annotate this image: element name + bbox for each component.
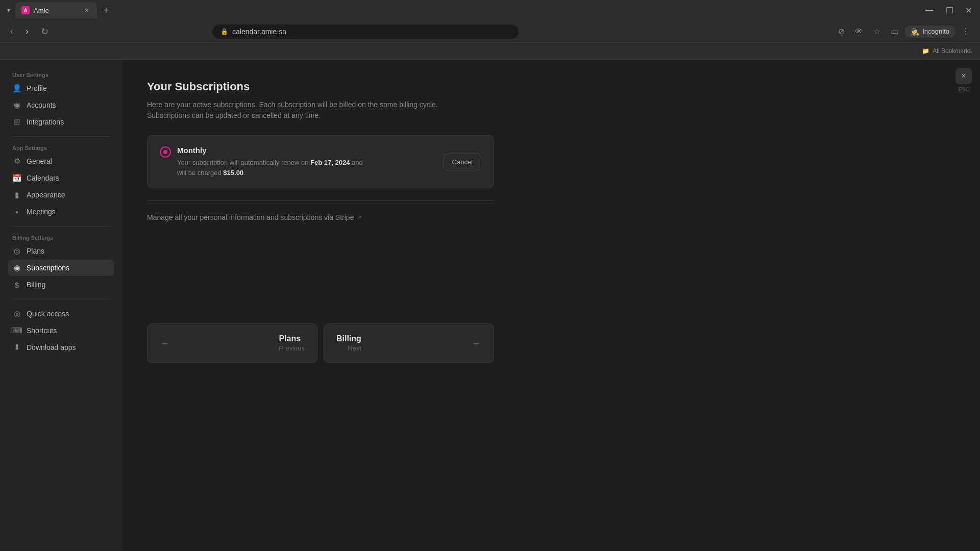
app-settings-label: App Settings [8,145,114,151]
sidebar-item-quick-access[interactable]: ◎ Quick access [8,306,114,322]
window-restore-button[interactable]: ❐ [942,4,957,17]
sidebar-toggle-icon[interactable]: ▭ [887,24,902,38]
sidebar-item-subscriptions[interactable]: ◉ Subscriptions [8,260,114,276]
profile-icon: 👤 [12,84,21,93]
more-menu-button[interactable]: ⋮ [958,24,974,38]
sidebar-item-label: Integrations [27,118,64,126]
next-arrow-icon: → [471,337,481,349]
subscription-card: Monthly Your subscription will automatic… [147,135,494,188]
toolbar-icons: ⊘ 👁 ☆ ▭ 🕵 Incognito ⋮ [834,24,974,38]
new-tab-button[interactable]: + [99,4,113,17]
esc-label: ESC [958,86,970,92]
sidebar-item-label: General [27,157,52,165]
main-content: × ESC Your Subscriptions Here are your a… [122,60,980,551]
sidebar-item-plans[interactable]: ◎ Plans [8,243,114,259]
sidebar-item-general[interactable]: ⚙ General [8,153,114,169]
bookmarks-label-text: All Bookmarks [933,47,972,55]
address-bar: ‹ › ↻ 🔒 calendar.amie.so ⊘ 👁 ☆ ▭ 🕵 Incog… [0,20,980,43]
tab-close-button[interactable]: × [83,5,91,15]
sidebar-item-label: Accounts [27,101,56,109]
close-button[interactable]: × [955,68,972,84]
page-description: Here are your active subscriptions. Each… [147,99,494,121]
external-link-icon: ↗ [357,214,362,221]
nav-next-sublabel: Next [336,344,361,352]
reload-button[interactable]: ↻ [37,24,53,39]
sidebar-item-shortcuts[interactable]: ⌨ Shortcuts [8,322,114,339]
billing-settings-label: Billing Settings [8,235,114,241]
calendars-icon: 📅 [12,173,21,183]
sidebar-item-accounts[interactable]: ◉ Accounts [8,97,114,113]
sidebar-divider-1 [12,136,110,137]
sidebar-item-label: Download apps [27,343,76,352]
download-icon: ⬇ [12,343,21,352]
bookmark-star-icon[interactable]: ☆ [869,24,885,38]
sidebar-item-label: Profile [27,84,47,92]
sidebar-item-profile[interactable]: 👤 Profile [8,80,114,96]
sidebar-item-calendars[interactable]: 📅 Calendars [8,170,114,186]
page-title: Your Subscriptions [147,80,955,93]
url-bar[interactable]: 🔒 calendar.amie.so [212,24,519,39]
nav-next-button[interactable]: Billing Next → [324,323,494,363]
window-controls: — ❐ ✕ [921,4,976,17]
subscription-status-icon [160,146,171,158]
subscriptions-icon: ◉ [12,263,21,272]
billing-icon: $ [12,280,21,289]
bookmarks-folder-icon: 📁 [922,47,929,55]
nav-next-label: Billing [336,334,361,343]
accounts-icon: ◉ [12,101,21,110]
sidebar-item-label: Calendars [27,174,59,182]
sidebar-item-billing[interactable]: $ Billing [8,277,114,293]
sidebar-item-label: Quick access [27,310,69,318]
all-bookmarks-link[interactable]: 📁 All Bookmarks [922,47,972,55]
tab-recent-button[interactable]: ▾ [4,5,13,16]
sidebar-item-label: Plans [27,247,44,255]
subscription-details: Monthly Your subscription will automatic… [177,146,363,178]
eye-icon[interactable]: 👁 [851,25,867,38]
url-text: calendar.amie.so [232,28,286,36]
forward-button[interactable]: › [21,24,33,39]
sidebar-item-meetings[interactable]: ▪ Meetings [8,204,114,220]
nav-prev-button[interactable]: ← Plans Previous [147,323,317,363]
window-minimize-button[interactable]: — [921,4,938,17]
cancel-subscription-button[interactable]: Cancel [444,154,481,170]
sidebar-divider-2 [12,226,110,227]
incognito-icon: 🕵 [911,28,919,36]
nav-prev-text: Plans Previous [279,334,305,352]
integrations-icon: ⊞ [12,117,21,127]
sidebar-item-download-apps[interactable]: ⬇ Download apps [8,339,114,356]
user-settings-label: User Settings [8,72,114,78]
subscription-info: Monthly Your subscription will automatic… [160,146,363,178]
quick-access-icon: ◎ [12,309,21,318]
appearance-icon: ▮ [12,190,21,199]
sidebar-divider-3 [12,299,110,299]
sidebar-item-appearance[interactable]: ▮ Appearance [8,187,114,203]
browser-chrome: ▾ A Amie × + — ❐ ✕ ‹ › ↻ 🔒 calendar.amie… [0,0,980,60]
general-icon: ⚙ [12,157,21,166]
back-button[interactable]: ‹ [6,24,17,39]
content-divider [147,201,494,201]
tab-favicon: A [21,6,30,14]
nav-prev-sublabel: Previous [279,344,305,352]
bookmarks-bar: 📁 All Bookmarks [0,43,980,59]
subscription-active-dot [163,150,167,154]
subscription-renew-date: Feb 17, 2024 [310,159,350,166]
nav-next-text: Billing Next [336,334,361,352]
stripe-link[interactable]: Manage all your personal information and… [147,213,955,221]
nav-prev-label: Plans [279,334,305,343]
window-close-button[interactable]: ✕ [961,4,976,17]
incognito-label: Incognito [922,28,949,35]
prev-arrow-icon: ← [160,337,170,349]
sidebar-item-label: Shortcuts [27,327,57,335]
meetings-icon: ▪ [12,207,21,216]
nav-buttons: ← Plans Previous Billing Next → [147,323,494,363]
sidebar-item-label: Meetings [27,208,56,216]
sidebar-item-integrations[interactable]: ⊞ Integrations [8,114,114,130]
page-content: User Settings 👤 Profile ◉ Accounts ⊞ Int… [0,60,980,551]
active-tab[interactable]: A Amie × [15,2,97,18]
sidebar-item-label: Billing [27,281,45,289]
sidebar: User Settings 👤 Profile ◉ Accounts ⊞ Int… [0,60,122,551]
shortcuts-icon: ⌨ [12,326,21,335]
subscription-charge-amount: $15.00 [223,169,243,177]
cast-icon[interactable]: ⊘ [834,24,849,38]
plans-icon: ◎ [12,246,21,256]
